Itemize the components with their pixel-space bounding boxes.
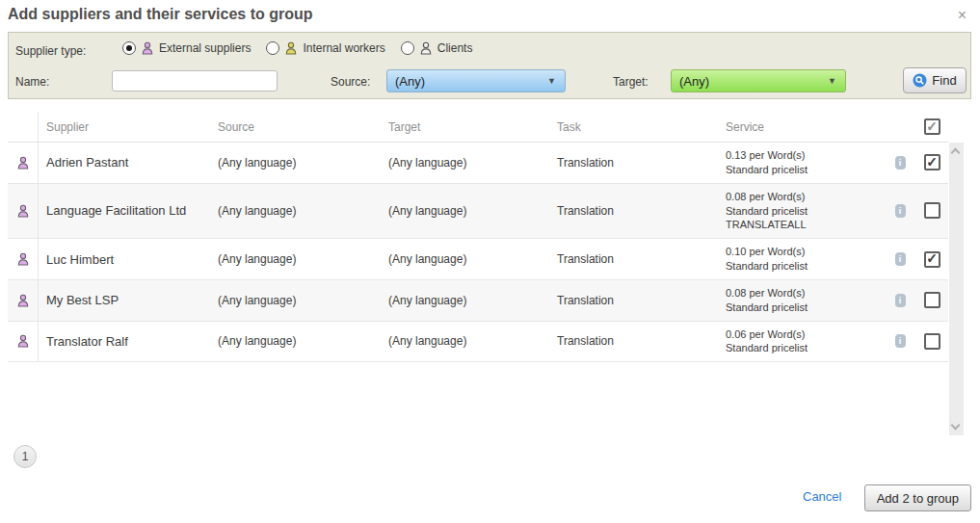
row-checkbox[interactable]: ✓: [924, 333, 940, 350]
table-row[interactable]: Luc Himbert (Any language) (Any language…: [8, 239, 948, 280]
supplier-type-label: Supplier type:: [15, 44, 86, 58]
add-to-group-button[interactable]: Add 2 to group: [864, 484, 971, 511]
service-line: 0.08 per Word(s): [726, 190, 877, 204]
service-line: Standard pricelist: [726, 341, 877, 355]
service-line: TRANSLATEALL: [726, 218, 877, 232]
column-header-supplier: Supplier: [39, 120, 210, 134]
filter-panel: Supplier type: External suppliers Intern…: [8, 32, 971, 99]
supplier-type-option-label: External suppliers: [159, 41, 251, 55]
row-checkbox[interactable]: ✓: [924, 154, 940, 170]
table-row[interactable]: My Best LSP (Any language) (Any language…: [8, 280, 948, 322]
row-source-language: (Any language): [210, 328, 381, 353]
info-icon[interactable]: i: [895, 294, 906, 307]
supplier-type-option-label: Internal workers: [303, 41, 384, 55]
column-header-service: Service: [718, 120, 885, 134]
source-label: Source:: [331, 75, 370, 89]
name-input[interactable]: [112, 70, 278, 92]
supplier-type-option[interactable]: External suppliers: [122, 41, 251, 55]
source-dropdown[interactable]: (Any) ▼: [386, 69, 566, 92]
supplier-type-radio-group: External suppliers Internal workers Clie…: [122, 41, 472, 55]
supplier-name: My Best LSP: [39, 287, 210, 313]
source-dropdown-value: (Any): [395, 74, 425, 89]
column-header-target: Target: [381, 120, 549, 134]
scroll-down-icon[interactable]: [951, 421, 961, 431]
column-header-task: Task: [549, 120, 718, 134]
supplier-type-option-label: Clients: [437, 41, 473, 55]
vertical-scrollbar[interactable]: [949, 143, 964, 435]
chevron-down-icon: ▼: [828, 76, 836, 86]
service-line: Standard pricelist: [726, 259, 877, 274]
table-header-row: Supplier Source Target Task Service ✓: [8, 112, 948, 143]
row-checkbox[interactable]: ✓: [924, 251, 940, 268]
column-header-source: Source: [210, 120, 381, 134]
info-icon[interactable]: i: [895, 156, 906, 170]
supplier-person-icon: [16, 294, 30, 307]
radio-button-icon[interactable]: [401, 41, 414, 55]
row-source-language: (Any language): [210, 150, 381, 175]
row-task: Translation: [549, 247, 718, 272]
info-icon[interactable]: i: [895, 204, 906, 218]
supplier-person-icon: [16, 156, 30, 170]
row-service: 0.10 per Word(s)Standard pricelist: [718, 239, 885, 279]
supplier-name: Adrien Pastant: [39, 149, 210, 175]
service-line: 0.08 per Word(s): [726, 286, 877, 301]
row-target-language: (Any language): [381, 328, 549, 353]
supplier-name: Language Facilitation Ltd: [39, 197, 210, 223]
row-service: 0.08 per Word(s)Standard pricelistTRANSL…: [718, 184, 885, 239]
row-target-language: (Any language): [381, 288, 549, 313]
chevron-down-icon: ▼: [547, 76, 556, 86]
row-source-language: (Any language): [210, 198, 381, 223]
search-icon: [913, 73, 927, 88]
supplier-type-option[interactable]: Internal workers: [266, 41, 384, 55]
select-all-checkbox[interactable]: ✓: [924, 118, 940, 135]
row-service: 0.08 per Word(s)Standard pricelist: [718, 280, 885, 321]
icon-column-header: [8, 112, 39, 142]
supplier-name: Luc Himbert: [39, 247, 210, 273]
service-line: 0.10 per Word(s): [726, 245, 877, 259]
row-task: Translation: [549, 198, 718, 223]
service-line: 0.06 per Word(s): [726, 327, 877, 342]
target-dropdown[interactable]: (Any) ▼: [671, 69, 846, 92]
row-task: Translation: [549, 150, 718, 175]
supplier-person-icon: [16, 252, 30, 266]
supplier-person-icon: [16, 334, 30, 348]
person-icon: [284, 41, 298, 55]
info-icon[interactable]: i: [895, 334, 906, 348]
row-target-language: (Any language): [381, 198, 549, 223]
row-source-language: (Any language): [210, 288, 381, 313]
find-button[interactable]: Find: [903, 67, 967, 93]
name-label: Name:: [15, 75, 49, 89]
row-target-language: (Any language): [381, 150, 549, 175]
service-line: Standard pricelist: [726, 204, 877, 219]
table-row[interactable]: Language Facilitation Ltd (Any language)…: [8, 184, 948, 240]
target-label: Target:: [613, 75, 649, 89]
row-service: 0.13 per Word(s)Standard pricelist: [718, 143, 885, 183]
supplier-type-option[interactable]: Clients: [401, 41, 473, 55]
add-suppliers-dialog: Add suppliers and their services to grou…: [0, 0, 980, 523]
dialog-title: Add suppliers and their services to grou…: [8, 6, 313, 23]
row-service: 0.06 per Word(s)Standard pricelist: [718, 322, 885, 362]
supplier-name: Translator Ralf: [39, 328, 210, 354]
close-icon[interactable]: ×: [958, 8, 967, 23]
row-task: Translation: [549, 328, 718, 353]
table-body: Adrien Pastant (Any language) (Any langu…: [8, 143, 948, 362]
info-icon[interactable]: i: [895, 252, 906, 266]
row-target-language: (Any language): [381, 247, 549, 272]
table-row[interactable]: Adrien Pastant (Any language) (Any langu…: [8, 143, 948, 184]
service-line: 0.13 per Word(s): [726, 148, 877, 163]
radio-button-icon[interactable]: [266, 41, 279, 55]
pagination-page-1[interactable]: 1: [13, 445, 37, 468]
scroll-up-icon[interactable]: [951, 148, 961, 158]
target-dropdown-value: (Any): [679, 74, 709, 89]
service-line: Standard pricelist: [726, 301, 877, 315]
table-row[interactable]: Translator Ralf (Any language) (Any lang…: [8, 322, 948, 363]
supplier-person-icon: [16, 204, 30, 218]
row-checkbox[interactable]: ✓: [924, 202, 940, 219]
service-line: Standard pricelist: [726, 163, 877, 177]
row-checkbox[interactable]: ✓: [924, 292, 940, 308]
find-button-label: Find: [932, 73, 956, 88]
person-icon: [419, 41, 433, 55]
suppliers-table: Supplier Source Target Task Service ✓ Ad…: [8, 112, 948, 435]
radio-button-icon[interactable]: [122, 41, 136, 55]
cancel-link[interactable]: Cancel: [803, 489, 841, 504]
